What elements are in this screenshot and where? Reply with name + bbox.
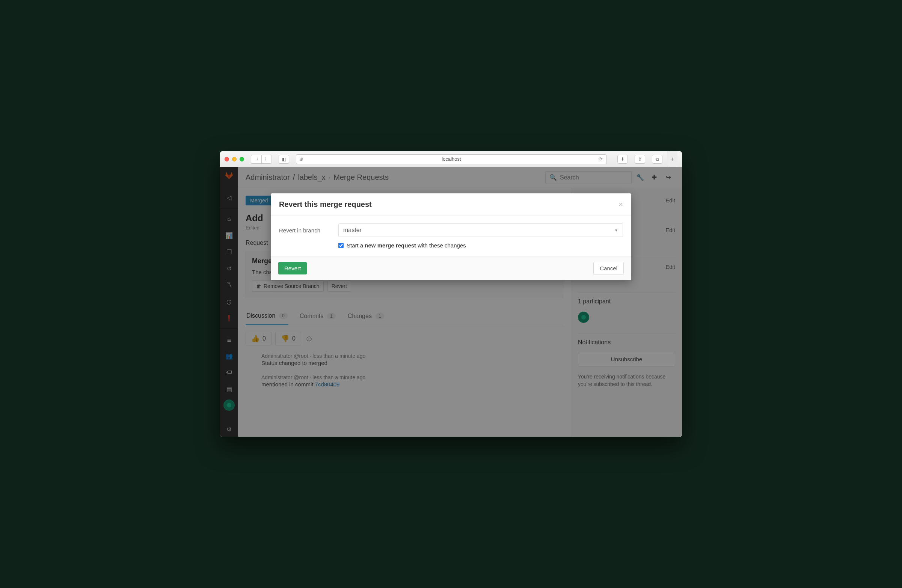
modal-body: Revert in branch master ▼ Start a new me… [271, 216, 631, 256]
modal-footer: Revert Cancel [271, 256, 631, 280]
nav-buttons: 〈 〉 [251, 155, 272, 164]
address-bar[interactable]: ⊕ localhost ⟳ [296, 154, 607, 164]
new-mr-checkbox[interactable] [338, 243, 344, 248]
confirm-revert-button[interactable]: Revert [278, 262, 307, 274]
revert-modal: Revert this merge request × Revert in br… [271, 193, 631, 280]
modal-overlay[interactable]: Revert this merge request × Revert in br… [220, 167, 682, 437]
tabs-icon[interactable]: ⧉ [652, 155, 662, 164]
safari-titlebar: 〈 〉 ◧ ⊕ localhost ⟳ ⬇ ⇪ ⧉ + [220, 151, 682, 167]
sidebar-toggle[interactable]: ◧ [279, 155, 289, 164]
branch-value: master [343, 227, 362, 233]
modal-close-icon[interactable]: × [619, 200, 623, 209]
browser-window: 〈 〉 ◧ ⊕ localhost ⟳ ⬇ ⇪ ⧉ + ◁ ⌂ 📊 ❐ ↺ 〽 [220, 151, 682, 437]
chk-text-b: with these changes [416, 242, 466, 249]
branch-label: Revert in branch [279, 227, 332, 233]
chk-text-a: Start a [347, 242, 365, 249]
checkbox-label: Start a new merge request with these cha… [347, 242, 466, 249]
share-icon[interactable]: ⇪ [635, 155, 645, 164]
nav-forward[interactable]: 〉 [262, 155, 272, 164]
toolbar-right: ⬇ ⇪ ⧉ [614, 155, 662, 164]
new-mr-checkbox-row: Start a new merge request with these cha… [338, 242, 623, 249]
add-bookmark-icon[interactable]: ⊕ [299, 156, 304, 162]
chk-text-bold: new merge request [365, 242, 416, 249]
chevron-down-icon: ▼ [614, 228, 618, 232]
branch-select[interactable]: master ▼ [338, 224, 623, 237]
cancel-button[interactable]: Cancel [594, 262, 624, 275]
window-close[interactable] [225, 157, 229, 161]
window-controls [225, 157, 244, 161]
window-maximize[interactable] [240, 157, 244, 161]
modal-header: Revert this merge request × [271, 193, 631, 216]
nav-back[interactable]: 〈 [251, 155, 262, 164]
new-tab-button[interactable]: + [667, 151, 677, 167]
address-text: localhost [442, 156, 461, 162]
downloads-icon[interactable]: ⬇ [617, 155, 628, 164]
reload-icon[interactable]: ⟳ [598, 156, 603, 162]
window-minimize[interactable] [232, 157, 236, 161]
modal-title: Revert this merge request [279, 200, 619, 209]
